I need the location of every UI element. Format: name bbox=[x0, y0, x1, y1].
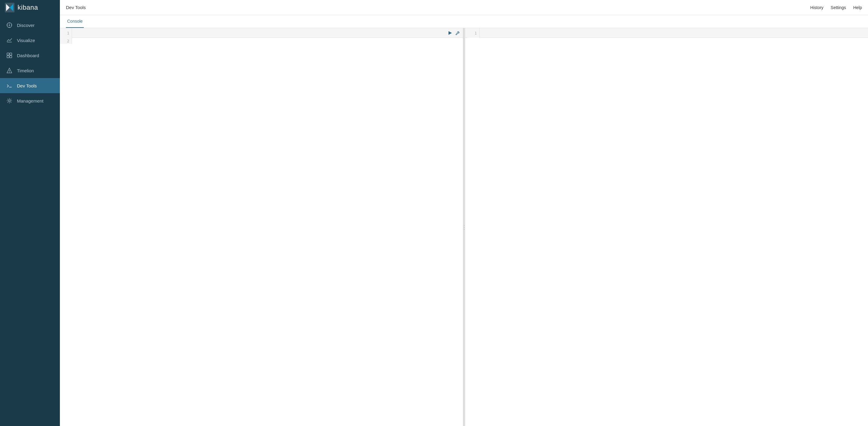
sidebar: kibana Discover bbox=[0, 0, 60, 426]
sidebar-logo[interactable]: kibana bbox=[0, 0, 60, 15]
sidebar-item-dashboard-label: Dashboard bbox=[17, 53, 39, 58]
dashboard-icon bbox=[6, 52, 13, 59]
sidebar-item-dev-tools-label: Dev Tools bbox=[17, 83, 37, 88]
editor-line-1: 1 bbox=[67, 31, 69, 35]
tab-console[interactable]: Console bbox=[66, 15, 84, 28]
tabs: Console bbox=[60, 15, 868, 28]
sidebar-item-visualize[interactable]: Visualize bbox=[0, 33, 60, 48]
response-body[interactable] bbox=[465, 38, 868, 426]
response-pane: 1 bbox=[465, 28, 868, 426]
sidebar-item-management-label: Management bbox=[17, 98, 43, 103]
execute-button[interactable] bbox=[448, 31, 452, 35]
svg-point-4 bbox=[9, 25, 10, 26]
sidebar-nav: Discover Visualize Dashboa bbox=[0, 15, 60, 108]
sidebar-item-discover[interactable]: Discover bbox=[0, 18, 60, 33]
help-link[interactable]: Help bbox=[853, 5, 862, 10]
sidebar-item-timelion[interactable]: Timelion bbox=[0, 63, 60, 78]
svg-point-18 bbox=[8, 100, 10, 102]
editor-pane: 1 bbox=[60, 28, 463, 426]
response-line-1: 1 bbox=[474, 31, 477, 35]
timelion-icon bbox=[6, 67, 13, 74]
response-header: 1 bbox=[465, 28, 868, 38]
sidebar-item-dashboard[interactable]: Dashboard bbox=[0, 48, 60, 63]
svg-rect-12 bbox=[7, 56, 9, 58]
console-area: 1 bbox=[60, 28, 868, 426]
management-icon bbox=[6, 97, 13, 104]
visualize-icon bbox=[6, 37, 13, 43]
svg-marker-19 bbox=[448, 31, 452, 35]
topbar: Dev Tools History Settings Help bbox=[60, 0, 868, 15]
page-title: Dev Tools bbox=[66, 5, 86, 10]
kibana-logo-icon bbox=[5, 3, 14, 12]
options-button[interactable] bbox=[455, 31, 459, 35]
history-link[interactable]: History bbox=[810, 5, 824, 10]
svg-point-16 bbox=[9, 72, 10, 72]
sidebar-item-dev-tools[interactable]: Dev Tools bbox=[0, 78, 60, 93]
svg-rect-10 bbox=[7, 53, 9, 55]
topbar-actions: History Settings Help bbox=[810, 5, 862, 10]
settings-link[interactable]: Settings bbox=[831, 5, 846, 10]
sidebar-item-discover-label: Discover bbox=[17, 23, 34, 28]
discover-icon bbox=[6, 22, 13, 28]
dev-tools-icon bbox=[6, 82, 13, 89]
app-name: kibana bbox=[18, 4, 38, 11]
svg-rect-13 bbox=[10, 56, 12, 58]
editor-content: 1 bbox=[60, 28, 463, 426]
svg-rect-11 bbox=[10, 53, 12, 55]
editor-line-2: 2 bbox=[67, 39, 69, 43]
sidebar-item-visualize-label: Visualize bbox=[17, 38, 35, 43]
sidebar-item-management[interactable]: Management bbox=[0, 93, 60, 108]
sidebar-item-timelion-label: Timelion bbox=[17, 68, 34, 73]
main-content: Dev Tools History Settings Help Console … bbox=[60, 0, 868, 426]
